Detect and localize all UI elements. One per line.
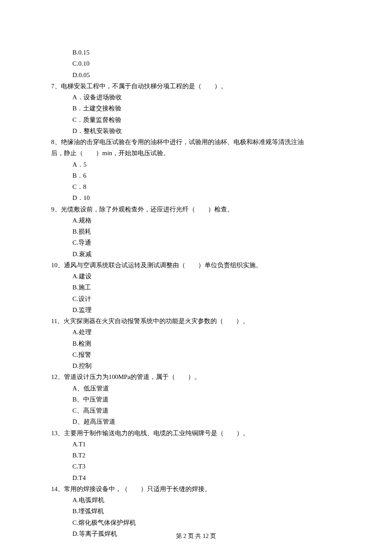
q11-option-d: D.控制 bbox=[51, 360, 341, 371]
q14-option-a: A.电弧焊机 bbox=[51, 494, 341, 506]
q14-option-c: C.熔化极气体保护焊机 bbox=[51, 517, 341, 528]
q8-option-a: A．5 bbox=[51, 159, 341, 170]
q10-option-c: C.设计 bbox=[51, 293, 341, 304]
q13-option-c: C.T3 bbox=[51, 461, 341, 472]
q12-option-c: C、高压管道 bbox=[51, 405, 341, 416]
q11-option-c: C.报警 bbox=[51, 349, 341, 360]
page-container: B.0.15 C.0.10 D.0.05 7、电梯安装工程中，不属于自动扶梯分项… bbox=[0, 0, 392, 555]
q10-option-a: A.建设 bbox=[51, 271, 341, 282]
q14-option-b: B.埋弧焊机 bbox=[51, 506, 341, 517]
q7-option-a: A．设备进场验收 bbox=[51, 92, 341, 103]
q6-option-b: B.0.15 bbox=[51, 47, 341, 58]
q12-option-b: B、中压管道 bbox=[51, 394, 341, 405]
q13-option-a: A.T1 bbox=[51, 439, 341, 450]
q7-option-c: C．质量监督检验 bbox=[51, 114, 341, 125]
page-footer: 第 2 页 共 12 页 bbox=[0, 531, 392, 542]
q13-option-b: B.T2 bbox=[51, 450, 341, 461]
q8-option-b: B．6 bbox=[51, 170, 341, 181]
q14-stem: 14、常用的焊接设备中，（ ）只适用于长缝的焊接。 bbox=[51, 483, 341, 494]
q12-stem: 12、管道设计压力为100MPa的管道，属于（ ）。 bbox=[51, 371, 341, 382]
q13-option-d: D.T4 bbox=[51, 472, 341, 483]
q8-option-c: C．8 bbox=[51, 181, 341, 192]
q9-option-c: C.导通 bbox=[51, 237, 341, 248]
q9-option-b: B.损耗 bbox=[51, 226, 341, 237]
q13-stem: 13、主要用于制作输送电力的电线、电缆的工业纯铜牌号是（ ）。 bbox=[51, 428, 341, 439]
q8-option-d: D．10 bbox=[51, 192, 341, 203]
q9-stem: 9、光缆敷设前，除了外观检查外，还应进行光纤（ ）检查。 bbox=[51, 204, 341, 215]
q9-option-a: A.规格 bbox=[51, 215, 341, 226]
q11-option-a: A.处理 bbox=[51, 327, 341, 338]
q11-stem: 11、火灾探测器在火灾自动报警系统中的功能是火灾参数的（ ）。 bbox=[51, 315, 341, 327]
q7-stem: 7、电梯安装工程中，不属于自动扶梯分项工程的是（ ）。 bbox=[51, 81, 341, 92]
q12-option-d: D、超高压管道 bbox=[51, 416, 341, 427]
q8-stem-line1: 8、绝缘油的击穿电压试验在专用的油杯中进行，试验用的油杯、电极和标准规等清洗注油 bbox=[51, 136, 341, 147]
q7-option-b: B．土建交接检验 bbox=[51, 103, 341, 114]
q12-option-a: A、低压管道 bbox=[51, 383, 341, 394]
q11-option-b: B.检测 bbox=[51, 338, 341, 349]
q9-option-d: D.衰减 bbox=[51, 249, 341, 260]
q10-option-b: B.施工 bbox=[51, 282, 341, 293]
q10-option-d: D.监理 bbox=[51, 304, 341, 315]
q8-stem-line2: 后，静止（ ）min，开始加电压试验。 bbox=[51, 147, 341, 159]
q6-option-d: D.0.05 bbox=[51, 69, 341, 81]
q10-stem: 10、通风与空调系统联合试运转及测试调整由（ ）单位负责组织实施。 bbox=[51, 260, 341, 271]
q6-option-c: C.0.10 bbox=[51, 58, 341, 69]
q7-option-d: D．整机安装验收 bbox=[51, 125, 341, 136]
